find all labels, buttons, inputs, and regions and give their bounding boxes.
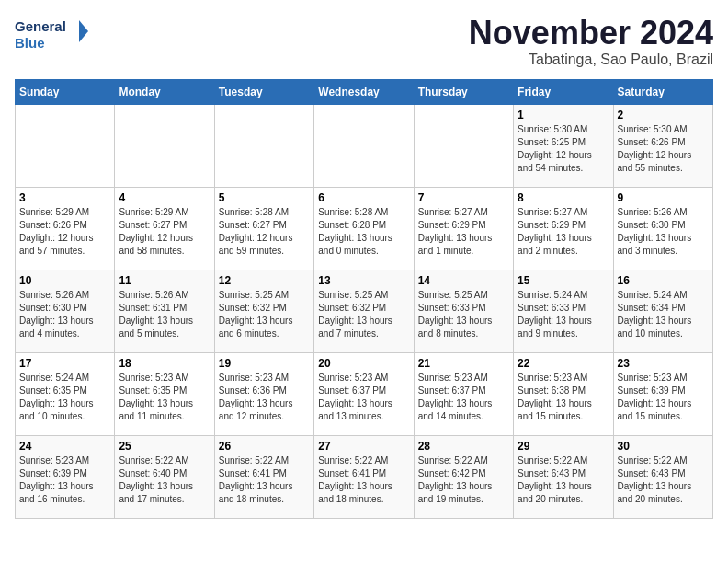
day-number: 4 bbox=[119, 191, 210, 204]
day-info: Sunrise: 5:26 AM Sunset: 6:30 PM Dayligh… bbox=[618, 206, 709, 258]
day-info: Sunrise: 5:23 AM Sunset: 6:39 PM Dayligh… bbox=[618, 372, 709, 423]
day-info: Sunrise: 5:25 AM Sunset: 6:32 PM Dayligh… bbox=[219, 289, 310, 340]
day-number: 11 bbox=[119, 274, 210, 287]
calendar-cell: 1Sunrise: 5:30 AM Sunset: 6:25 PM Daylig… bbox=[514, 104, 613, 187]
day-info: Sunrise: 5:29 AM Sunset: 6:27 PM Dayligh… bbox=[119, 206, 210, 258]
calendar-cell: 14Sunrise: 5:25 AM Sunset: 6:33 PM Dayli… bbox=[414, 270, 513, 352]
day-number: 3 bbox=[19, 191, 110, 204]
day-number: 27 bbox=[318, 440, 409, 453]
calendar-week-5: 24Sunrise: 5:23 AM Sunset: 6:39 PM Dayli… bbox=[16, 435, 713, 518]
calendar-cell bbox=[214, 104, 313, 187]
day-info: Sunrise: 5:23 AM Sunset: 6:36 PM Dayligh… bbox=[219, 372, 310, 423]
day-number: 25 bbox=[119, 440, 210, 453]
calendar-cell bbox=[115, 104, 214, 187]
weekday-header-thursday: Thursday bbox=[414, 79, 513, 104]
logo-svg: General Blue bbox=[15, 15, 88, 55]
calendar-week-3: 10Sunrise: 5:26 AM Sunset: 6:30 PM Dayli… bbox=[16, 270, 713, 352]
day-number: 6 bbox=[318, 191, 409, 204]
calendar-cell: 19Sunrise: 5:23 AM Sunset: 6:36 PM Dayli… bbox=[214, 352, 313, 435]
day-number: 1 bbox=[518, 109, 609, 121]
day-number: 5 bbox=[219, 191, 310, 204]
calendar-cell: 5Sunrise: 5:28 AM Sunset: 6:27 PM Daylig… bbox=[214, 187, 313, 270]
day-info: Sunrise: 5:22 AM Sunset: 6:41 PM Dayligh… bbox=[219, 454, 310, 506]
calendar-cell: 4Sunrise: 5:29 AM Sunset: 6:27 PM Daylig… bbox=[115, 187, 214, 270]
calendar-cell: 17Sunrise: 5:24 AM Sunset: 6:35 PM Dayli… bbox=[16, 352, 115, 435]
day-number: 19 bbox=[219, 357, 310, 370]
calendar-table: SundayMondayTuesdayWednesdayThursdayFrid… bbox=[15, 79, 713, 519]
day-number: 23 bbox=[618, 357, 709, 370]
weekday-header-saturday: Saturday bbox=[613, 79, 712, 104]
day-number: 16 bbox=[618, 274, 709, 287]
calendar-cell bbox=[314, 104, 414, 187]
title-block: November 2024 Tabatinga, Sao Paulo, Braz… bbox=[469, 15, 713, 68]
svg-marker-2 bbox=[79, 20, 88, 42]
calendar-cell: 25Sunrise: 5:22 AM Sunset: 6:40 PM Dayli… bbox=[115, 435, 214, 518]
calendar-cell: 9Sunrise: 5:26 AM Sunset: 6:30 PM Daylig… bbox=[613, 187, 712, 270]
calendar-cell bbox=[414, 104, 513, 187]
weekday-header-monday: Monday bbox=[115, 79, 214, 104]
day-info: Sunrise: 5:30 AM Sunset: 6:26 PM Dayligh… bbox=[618, 123, 709, 175]
calendar-cell: 20Sunrise: 5:23 AM Sunset: 6:37 PM Dayli… bbox=[314, 352, 414, 435]
calendar-cell: 6Sunrise: 5:28 AM Sunset: 6:28 PM Daylig… bbox=[314, 187, 414, 270]
calendar-cell: 10Sunrise: 5:26 AM Sunset: 6:30 PM Dayli… bbox=[16, 270, 115, 352]
day-number: 28 bbox=[418, 440, 509, 453]
calendar-cell: 2Sunrise: 5:30 AM Sunset: 6:26 PM Daylig… bbox=[613, 104, 712, 187]
day-number: 18 bbox=[119, 357, 210, 370]
calendar-cell: 29Sunrise: 5:22 AM Sunset: 6:43 PM Dayli… bbox=[514, 435, 613, 518]
calendar-week-1: 1Sunrise: 5:30 AM Sunset: 6:25 PM Daylig… bbox=[16, 104, 713, 187]
day-info: Sunrise: 5:27 AM Sunset: 6:29 PM Dayligh… bbox=[418, 206, 509, 258]
day-info: Sunrise: 5:28 AM Sunset: 6:28 PM Dayligh… bbox=[318, 206, 409, 258]
calendar-cell: 30Sunrise: 5:22 AM Sunset: 6:43 PM Dayli… bbox=[613, 435, 712, 518]
calendar-cell: 11Sunrise: 5:26 AM Sunset: 6:31 PM Dayli… bbox=[115, 270, 214, 352]
day-number: 13 bbox=[318, 274, 409, 287]
weekday-header-sunday: Sunday bbox=[16, 79, 115, 104]
day-info: Sunrise: 5:23 AM Sunset: 6:37 PM Dayligh… bbox=[318, 372, 409, 423]
day-number: 29 bbox=[518, 440, 609, 453]
day-info: Sunrise: 5:26 AM Sunset: 6:30 PM Dayligh… bbox=[19, 289, 110, 340]
page-header: General Blue November 2024 Tabatinga, Sa… bbox=[15, 15, 713, 68]
calendar-cell bbox=[16, 104, 115, 187]
weekday-header-friday: Friday bbox=[514, 79, 613, 104]
day-info: Sunrise: 5:27 AM Sunset: 6:29 PM Dayligh… bbox=[518, 206, 609, 258]
day-info: Sunrise: 5:23 AM Sunset: 6:39 PM Dayligh… bbox=[19, 454, 110, 506]
weekday-header-row: SundayMondayTuesdayWednesdayThursdayFrid… bbox=[16, 79, 713, 104]
day-info: Sunrise: 5:28 AM Sunset: 6:27 PM Dayligh… bbox=[219, 206, 310, 258]
weekday-header-wednesday: Wednesday bbox=[314, 79, 414, 104]
calendar-cell: 3Sunrise: 5:29 AM Sunset: 6:26 PM Daylig… bbox=[16, 187, 115, 270]
day-number: 10 bbox=[19, 274, 110, 287]
calendar-cell: 15Sunrise: 5:24 AM Sunset: 6:33 PM Dayli… bbox=[514, 270, 613, 352]
calendar-cell: 28Sunrise: 5:22 AM Sunset: 6:42 PM Dayli… bbox=[414, 435, 513, 518]
day-number: 21 bbox=[418, 357, 509, 370]
day-info: Sunrise: 5:22 AM Sunset: 6:41 PM Dayligh… bbox=[318, 454, 409, 506]
month-title: November 2024 bbox=[469, 15, 713, 52]
day-number: 30 bbox=[618, 440, 709, 453]
calendar-cell: 23Sunrise: 5:23 AM Sunset: 6:39 PM Dayli… bbox=[613, 352, 712, 435]
day-info: Sunrise: 5:25 AM Sunset: 6:32 PM Dayligh… bbox=[318, 289, 409, 340]
calendar-cell: 16Sunrise: 5:24 AM Sunset: 6:34 PM Dayli… bbox=[613, 270, 712, 352]
day-info: Sunrise: 5:22 AM Sunset: 6:40 PM Dayligh… bbox=[119, 454, 210, 506]
weekday-header-tuesday: Tuesday bbox=[214, 79, 313, 104]
day-info: Sunrise: 5:24 AM Sunset: 6:33 PM Dayligh… bbox=[518, 289, 609, 340]
calendar-week-4: 17Sunrise: 5:24 AM Sunset: 6:35 PM Dayli… bbox=[16, 352, 713, 435]
day-number: 14 bbox=[418, 274, 509, 287]
day-info: Sunrise: 5:30 AM Sunset: 6:25 PM Dayligh… bbox=[518, 123, 609, 175]
day-number: 9 bbox=[618, 191, 709, 204]
day-info: Sunrise: 5:29 AM Sunset: 6:26 PM Dayligh… bbox=[19, 206, 110, 258]
day-info: Sunrise: 5:22 AM Sunset: 6:43 PM Dayligh… bbox=[618, 454, 709, 506]
calendar-cell: 21Sunrise: 5:23 AM Sunset: 6:37 PM Dayli… bbox=[414, 352, 513, 435]
day-number: 17 bbox=[19, 357, 110, 370]
day-info: Sunrise: 5:25 AM Sunset: 6:33 PM Dayligh… bbox=[418, 289, 509, 340]
calendar-cell: 8Sunrise: 5:27 AM Sunset: 6:29 PM Daylig… bbox=[514, 187, 613, 270]
day-info: Sunrise: 5:23 AM Sunset: 6:35 PM Dayligh… bbox=[119, 372, 210, 423]
calendar-cell: 12Sunrise: 5:25 AM Sunset: 6:32 PM Dayli… bbox=[214, 270, 313, 352]
day-number: 12 bbox=[219, 274, 310, 287]
day-info: Sunrise: 5:24 AM Sunset: 6:35 PM Dayligh… bbox=[19, 372, 110, 423]
day-number: 15 bbox=[518, 274, 609, 287]
day-number: 8 bbox=[518, 191, 609, 204]
logo: General Blue bbox=[15, 15, 88, 55]
calendar-cell: 13Sunrise: 5:25 AM Sunset: 6:32 PM Dayli… bbox=[314, 270, 414, 352]
day-number: 2 bbox=[618, 109, 709, 121]
day-number: 24 bbox=[19, 440, 110, 453]
calendar-cell: 24Sunrise: 5:23 AM Sunset: 6:39 PM Dayli… bbox=[16, 435, 115, 518]
calendar-cell: 26Sunrise: 5:22 AM Sunset: 6:41 PM Dayli… bbox=[214, 435, 313, 518]
